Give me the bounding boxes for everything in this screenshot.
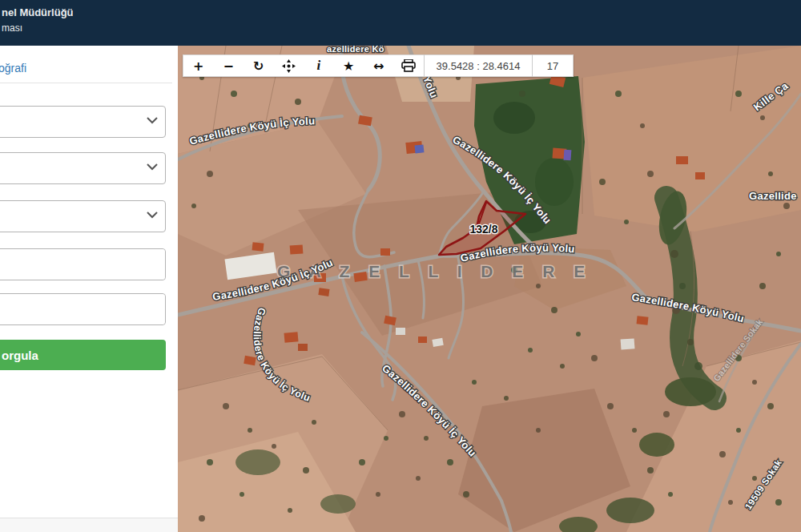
- zoom-in-button[interactable]: +: [185, 55, 212, 76]
- star-icon: ★: [343, 58, 354, 74]
- print-button[interactable]: [395, 55, 422, 76]
- plus-icon: +: [193, 58, 203, 74]
- zoom-level-display: 17: [533, 55, 573, 76]
- sidebar-footer: [0, 518, 178, 532]
- locate-icon: [282, 59, 296, 73]
- refresh-button[interactable]: ↻: [245, 55, 272, 76]
- road-label-right-edge: Gazellide: [749, 190, 797, 202]
- print-icon: [401, 59, 416, 72]
- app-subtitle: ması: [2, 22, 801, 34]
- text-field-2-wrap: [0, 293, 166, 325]
- chevron-down-icon: [147, 117, 158, 124]
- text-field-1-wrap: [0, 248, 166, 280]
- minus-icon: −: [223, 58, 234, 74]
- satellite-map: 132/8 azellidere Kö Gazellidere Köyü İç …: [178, 46, 801, 532]
- tab-geographic[interactable]: oğrafi: [0, 62, 26, 75]
- query-sidebar: oğrafi orgula: [0, 46, 178, 518]
- text-field-1[interactable]: [0, 249, 165, 280]
- select-field-2[interactable]: [0, 152, 166, 184]
- info-icon: i: [316, 58, 320, 74]
- zoom-out-button[interactable]: −: [215, 55, 242, 76]
- measure-button[interactable]: ↔: [365, 55, 392, 76]
- parcel-number-label: 132/8: [469, 223, 497, 236]
- sidebar-header: oğrafi: [0, 46, 172, 83]
- locate-button[interactable]: [275, 55, 302, 76]
- refresh-icon: ↻: [253, 58, 264, 74]
- chevron-down-icon: [147, 212, 158, 219]
- road-label-clipped-top: azellidere Kö: [327, 46, 384, 54]
- double-arrow-icon: ↔: [373, 58, 384, 74]
- map-toolbar: + − ↻ i ★ ↔ 39.5428 : 28.4614: [183, 54, 574, 77]
- info-button[interactable]: i: [305, 55, 332, 76]
- favorite-button[interactable]: ★: [335, 55, 362, 76]
- select-field-1[interactable]: [0, 106, 166, 138]
- chevron-down-icon: [147, 163, 158, 171]
- coordinates-display: 39.5428 : 28.4614: [425, 55, 532, 76]
- top-navbar: nel Müdürlüğü ması: [0, 0, 801, 46]
- app-title: nel Müdürlüğü: [2, 6, 801, 19]
- map-viewport[interactable]: 132/8 azellidere Kö Gazellidere Köyü İç …: [178, 46, 801, 532]
- text-field-2[interactable]: [0, 294, 165, 324]
- select-field-3[interactable]: [0, 200, 166, 232]
- query-button[interactable]: orgula: [0, 340, 166, 370]
